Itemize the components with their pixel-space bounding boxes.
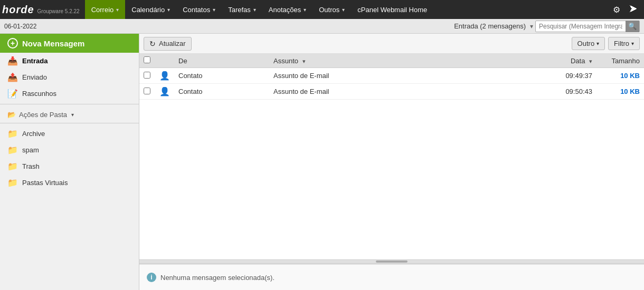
row-size: 10 KB — [596, 84, 644, 100]
other-label: Outro — [577, 40, 595, 47]
folder-icon: 📁 — [7, 161, 18, 171]
new-message-label: Nova Mensagem — [22, 39, 84, 48]
scroll-divider[interactable] — [139, 259, 644, 264]
table-header-row: De Assunto ▾ Data ▾ Tamanho — [139, 54, 644, 68]
refresh-icon: ↻ — [149, 40, 156, 48]
nav-item-anotacoes[interactable]: Anotações ▾ — [262, 0, 312, 19]
email-table: De Assunto ▾ Data ▾ Tamanho — [139, 54, 644, 100]
logout-icon-button[interactable]: ⮞ — [625, 0, 642, 19]
row-check[interactable] — [139, 68, 155, 84]
sidebar-item-label: Archive — [22, 130, 45, 138]
chevron-down-icon: ▾ — [342, 7, 345, 13]
no-message-text: Nenhuma mensagem selecionada(s). — [160, 274, 274, 282]
chevron-down-icon: ▾ — [167, 7, 170, 13]
sidebar-item-label: Pastas Virtuais — [22, 179, 68, 187]
person-icon: 👤 — [159, 87, 170, 96]
sidebar-item-label: Entrada — [22, 57, 48, 65]
folder-icon: 📁 — [7, 129, 18, 139]
toolbar: ↻ Atualizar Outro ▾ Filtro ▾ — [139, 34, 644, 54]
topbar: horde Groupware 5.2.22 Correio ▾ Calendá… — [0, 0, 644, 19]
filter-button[interactable]: Filtro ▾ — [608, 37, 640, 50]
row-checkbox[interactable] — [144, 72, 150, 79]
sidebar: + Nova Mensagem 📥 Entrada 📤 Enviado 📝 Ra… — [0, 34, 139, 290]
nav-item-correio[interactable]: Correio ▾ — [85, 0, 126, 19]
folder-icon: 📁 — [7, 145, 18, 155]
inbox-icon: 📥 — [7, 56, 18, 66]
chevron-down-icon: ▾ — [116, 7, 119, 13]
chevron-down-icon: ▾ — [304, 7, 306, 13]
person-icon: 👤 — [159, 71, 170, 80]
sidebar-item-pastas-virtuais[interactable]: 📁 Pastas Virtuais — [0, 175, 139, 191]
row-subject[interactable]: Assunto de E-mail — [269, 68, 533, 84]
virtual-folder-icon: 📁 — [7, 178, 18, 188]
chevron-down-icon: ▾ — [596, 41, 599, 46]
search-box: 🔍 — [535, 21, 640, 32]
plus-icon: + — [7, 38, 18, 49]
sort-arrow-icon: ▾ — [302, 58, 306, 64]
sidebar-item-enviado[interactable]: 📤 Enviado — [0, 69, 139, 85]
table-row[interactable]: 👤 Contato Assunto de E-mail 09:49:37 10 … — [139, 68, 644, 84]
settings-icon-button[interactable]: ⚙ — [608, 0, 625, 19]
chevron-down-icon: ▾ — [213, 7, 215, 13]
chevron-down-icon: ▾ — [631, 41, 634, 46]
logo-subtitle: Groupware 5.2.22 — [37, 8, 80, 14]
nav-item-cpanel[interactable]: cPanel Webmail Home — [351, 0, 433, 19]
row-subject[interactable]: Assunto de E-mail — [269, 84, 533, 100]
current-date: 06-01-2022 — [4, 23, 454, 30]
sidebar-item-label: spam — [22, 146, 39, 154]
refresh-button[interactable]: ↻ Atualizar — [144, 37, 192, 51]
nav-item-contatos[interactable]: Contatos ▾ — [176, 0, 222, 19]
sidebar-item-label: Rascunhos — [22, 90, 56, 98]
row-from[interactable]: Contato — [174, 68, 269, 84]
col-size: Tamanho — [596, 54, 644, 68]
sidebar-item-trash[interactable]: 📁 Trash — [0, 158, 139, 175]
col-from[interactable]: De — [174, 54, 269, 68]
row-avatar: 👤 — [155, 68, 174, 84]
search-dropdown-arrow[interactable]: ▾ — [530, 23, 533, 30]
sidebar-divider-2 — [0, 123, 139, 123]
search-button[interactable]: 🔍 — [626, 21, 639, 32]
table-row[interactable]: 👤 Contato Assunto de E-mail 09:50:43 10 … — [139, 84, 644, 100]
new-message-button[interactable]: + Nova Mensagem — [0, 34, 139, 53]
sent-icon: 📤 — [7, 72, 18, 82]
logo-area: horde Groupware 5.2.22 — [2, 4, 80, 16]
row-check[interactable] — [139, 84, 155, 100]
scroll-handle — [376, 260, 408, 263]
row-avatar: 👤 — [155, 84, 174, 100]
col-date[interactable]: Data ▾ — [533, 54, 596, 68]
folder-actions-icon: 📂 — [7, 111, 16, 119]
datebar: 06-01-2022 Entrada (2 mensagens) ▾ 🔍 — [0, 19, 644, 34]
nav-item-calendario[interactable]: Calendário ▾ — [125, 0, 176, 19]
sort-arrow-icon: ▾ — [589, 58, 592, 64]
search-input[interactable] — [536, 23, 626, 30]
content-area: ↻ Atualizar Outro ▾ Filtro ▾ — [139, 34, 644, 290]
main-layout: + Nova Mensagem 📥 Entrada 📤 Enviado 📝 Ra… — [0, 34, 644, 290]
sidebar-item-label: Trash — [22, 162, 40, 170]
row-date: 09:49:37 — [533, 68, 596, 84]
col-avatar — [155, 54, 174, 68]
drafts-icon: 📝 — [7, 89, 18, 99]
refresh-label: Atualizar — [159, 40, 186, 47]
other-button[interactable]: Outro ▾ — [572, 37, 605, 50]
row-date: 09:50:43 — [533, 84, 596, 100]
folder-actions-label: Ações de Pasta — [19, 111, 67, 119]
col-subject[interactable]: Assunto ▾ — [269, 54, 533, 68]
row-checkbox[interactable] — [144, 88, 150, 94]
sidebar-item-spam[interactable]: 📁 spam — [0, 142, 139, 158]
sidebar-item-entrada[interactable]: 📥 Entrada — [0, 53, 139, 69]
sidebar-divider — [0, 104, 139, 104]
nav-item-outros[interactable]: Outros ▾ — [312, 0, 351, 19]
col-check — [139, 54, 155, 68]
nav-item-tarefas[interactable]: Tarefas ▾ — [222, 0, 262, 19]
bottom-panel: i Nenhuma mensagem selecionada(s). — [139, 264, 644, 290]
sidebar-item-archive[interactable]: 📁 Archive — [0, 125, 139, 142]
email-table-wrap: De Assunto ▾ Data ▾ Tamanho — [139, 54, 644, 259]
chevron-down-icon: ▾ — [71, 112, 74, 118]
logo-horde: horde — [2, 4, 34, 16]
row-from[interactable]: Contato — [174, 84, 269, 100]
folder-actions-section[interactable]: 📂 Ações de Pasta ▾ — [0, 107, 139, 121]
info-icon: i — [147, 273, 156, 282]
sidebar-item-rascunhos[interactable]: 📝 Rascunhos — [0, 85, 139, 102]
sidebar-item-label: Enviado — [22, 73, 47, 81]
select-all-checkbox[interactable] — [144, 56, 150, 63]
